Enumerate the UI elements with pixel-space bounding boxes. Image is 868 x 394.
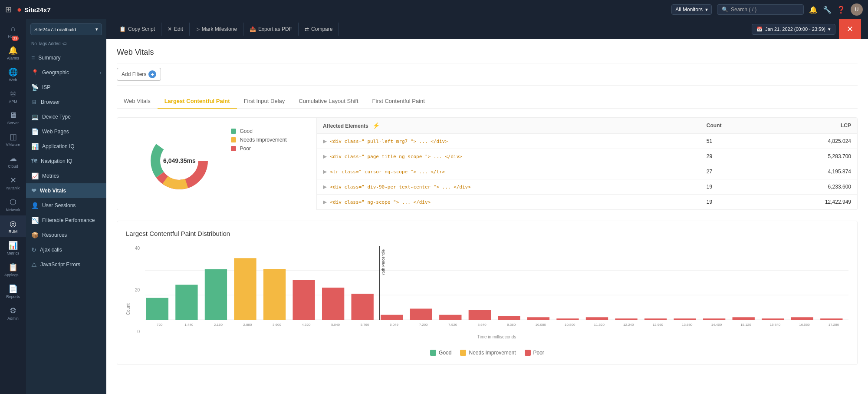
tab-fcp[interactable]: First Contentful Paint <box>365 94 432 109</box>
cell-lcp-5: 12,422.949 <box>766 195 857 210</box>
cell-count-2: 29 <box>700 149 766 164</box>
element-link-5[interactable]: <div class=" ng-scope "> ... </div> <box>330 199 431 205</box>
element-link-2[interactable]: <div class=" page-title ng-scope "> ... … <box>330 154 462 159</box>
dist-legend-needs: Needs Improvement <box>460 350 516 356</box>
applogs-icon: 📋 <box>8 262 18 272</box>
avatar[interactable]: U <box>851 3 863 16</box>
affected-elements-filter-icon[interactable]: ⚡ <box>372 122 380 129</box>
sidebar: Site24x7-Localbuild ▾ No Tags Added 🏷 ≡ … <box>26 19 106 394</box>
row-expand-icon[interactable]: ▶ <box>323 184 327 190</box>
tab-lcp[interactable]: Largest Contentful Paint <box>158 94 237 109</box>
nav-metrics-label: Metrics <box>7 251 20 255</box>
element-link-3[interactable]: <tr class=" cursor ng-scope "> ... </tr> <box>330 169 445 175</box>
nav-reports[interactable]: 📄 Reports <box>0 281 26 302</box>
row-expand-icon[interactable]: ▶ <box>323 138 327 144</box>
sidebar-label-browser: Browser <box>41 99 60 105</box>
help-icon[interactable]: ❓ <box>837 6 845 14</box>
web-icon: 🌐 <box>8 67 18 77</box>
date-range-select[interactable]: 📅 Jan 21, 2022 (00:00 - 23:59) ▾ <box>752 24 835 35</box>
element-link-1[interactable]: <div class=" pull-left mrg7 "> ... </div… <box>330 139 448 144</box>
nav-cloud[interactable]: ☁ Cloud <box>0 150 26 172</box>
sidebar-item-geographic[interactable]: 📍 Geographic › <box>26 65 106 80</box>
nav-web[interactable]: 🌐 Web <box>0 64 26 86</box>
nav-cloud-wrapper: ☁ Cloud <box>0 150 26 172</box>
nav-vmware[interactable]: ◫ VMware <box>0 129 26 150</box>
copy-script-button[interactable]: 📋 Copy Script <box>113 23 161 36</box>
legend-poor: Poor <box>231 146 286 152</box>
close-button[interactable]: ✕ <box>839 19 861 39</box>
row-expand-icon[interactable]: ▶ <box>323 169 327 175</box>
compare-button[interactable]: ⇄ Compare <box>299 23 339 36</box>
sidebar-item-javascript-errors[interactable]: ⚠ JavaScript Errors <box>26 257 106 272</box>
export-pdf-button[interactable]: 📤 Export as PDF <box>243 23 299 36</box>
nav-admin[interactable]: ⚙ Admin <box>0 302 26 324</box>
edit-button[interactable]: ✕ Edit <box>161 23 190 36</box>
resources-icon: 📦 <box>31 232 39 238</box>
sidebar-item-application-iq[interactable]: 📊 Application IQ <box>26 139 106 154</box>
mark-milestone-button[interactable]: ▷ Mark Milestone <box>190 23 243 36</box>
sidebar-item-browser[interactable]: 🖥 Browser <box>26 95 106 109</box>
cell-lcp-4: 6,233.600 <box>766 179 857 195</box>
tab-web-vitals[interactable]: Web Vitals <box>117 94 158 109</box>
export-pdf-label: Export as PDF <box>258 26 292 32</box>
sidebar-item-device-type[interactable]: 💻 Device Type <box>26 109 106 124</box>
nav-apm-label: APM <box>9 99 17 104</box>
nav-metrics[interactable]: 📊 Metrics <box>0 237 26 259</box>
bars-wrapper: 75th Percentile <box>145 246 848 333</box>
nav-network[interactable]: ⬡ Network <box>0 194 26 215</box>
cell-element-1: ▶ <div class=" pull-left mrg7 "> ... </d… <box>317 134 700 149</box>
sidebar-item-resources[interactable]: 📦 Resources <box>26 228 106 242</box>
svg-rect-27 <box>733 317 755 320</box>
tab-cls[interactable]: Cumulative Layout Shift <box>292 94 365 109</box>
nutanix-icon: ✕ <box>10 175 16 185</box>
global-search[interactable]: 🔍 Search ( / ) <box>717 4 804 15</box>
svg-rect-8 <box>175 285 197 320</box>
affected-table-body: ▶ <div class=" pull-left mrg7 "> ... </d… <box>317 134 857 210</box>
sidebar-item-web-vitals[interactable]: ❤ Web Vitals <box>26 183 106 198</box>
sidebar-monitor-select[interactable]: Site24x7-Localbuild ▾ <box>30 23 102 35</box>
sidebar-label-user-sessions: User Sessions <box>42 202 76 209</box>
add-filters-button[interactable]: Add Filters + <box>117 68 161 81</box>
sidebar-item-ajax-calls[interactable]: ↻ Ajax calls <box>26 242 106 257</box>
row-expand-icon[interactable]: ▶ <box>323 199 327 205</box>
reports-icon: 📄 <box>8 284 18 294</box>
sidebar-item-metrics[interactable]: 📈 Metrics <box>26 169 106 183</box>
element-link-4[interactable]: <div class=" div-90-per text-center "> .… <box>330 184 471 190</box>
svg-rect-17 <box>439 315 461 320</box>
lcp-chart-row: 6,049.35ms Good Needs Improvement <box>147 128 286 193</box>
settings-icon[interactable]: 🔧 <box>823 6 832 14</box>
application-iq-icon: 📊 <box>31 143 39 150</box>
x-label-5760: 5,760 <box>350 323 380 327</box>
export-pdf-icon: 📤 <box>250 26 256 32</box>
monitor-select[interactable]: All Monitors ▾ <box>671 4 712 15</box>
javascript-errors-icon: ⚠ <box>31 261 37 268</box>
sidebar-item-filterable-performance[interactable]: 📉 Filterable Performance <box>26 213 106 228</box>
notifications-icon[interactable]: 🔔 <box>809 6 818 14</box>
row-expand-icon[interactable]: ▶ <box>323 153 327 159</box>
y-label-0: 0 <box>137 329 140 334</box>
tab-fid[interactable]: First Input Delay <box>237 94 292 109</box>
alarms-icon: 🔔 <box>8 46 18 55</box>
nav-applogs-label: Applogs... <box>4 273 22 277</box>
sidebar-item-summary[interactable]: ≡ Summary <box>26 50 106 65</box>
nav-nutanix[interactable]: ✕ Nutanix <box>0 172 26 194</box>
sidebar-item-user-sessions[interactable]: 👤 User Sessions <box>26 198 106 213</box>
nav-applogs[interactable]: 📋 Applogs... <box>0 259 26 281</box>
nav-apm[interactable]: ♾ APM <box>0 86 26 107</box>
svg-rect-13 <box>322 288 344 320</box>
sidebar-item-navigation-iq[interactable]: 🗺 Navigation IQ <box>26 154 106 169</box>
x-label-7200: 7,200 <box>409 323 438 327</box>
sidebar-label-navigation-iq: Navigation IQ <box>41 158 72 164</box>
nav-alarms[interactable]: 🔔 23 Alarms <box>0 42 26 64</box>
toolbar: 📋 Copy Script ✕ Edit ▷ Mark Milestone 📤 … <box>106 19 868 39</box>
nav-server[interactable]: 🖥 Server <box>0 107 26 129</box>
sidebar-item-web-pages[interactable]: 📄 Web Pages <box>26 124 106 139</box>
x-label-15840: 15,840 <box>760 323 790 327</box>
svg-rect-21 <box>556 318 579 320</box>
svg-rect-29 <box>791 317 813 320</box>
cell-lcp-3: 4,195.874 <box>766 164 857 179</box>
nav-rum[interactable]: ◎ RUM <box>0 215 26 237</box>
legend-good-label: Good <box>240 128 252 134</box>
lcp-chart-panel: 6,049.35ms Good Needs Improvement <box>117 118 317 210</box>
sidebar-item-isp[interactable]: 📡 ISP <box>26 80 106 95</box>
